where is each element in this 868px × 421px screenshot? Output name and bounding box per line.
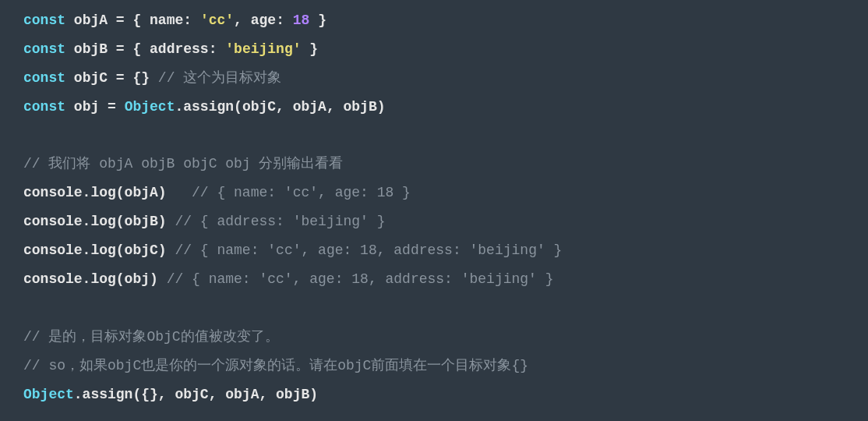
comment: // { name: 'cc', age: 18, address: 'beij… — [167, 271, 554, 287]
punct: = { — [108, 12, 150, 28]
class-name: Object — [125, 99, 175, 115]
comment: // { name: 'cc', age: 18 } — [192, 185, 411, 200]
code-line: console.log(objB) // { address: 'beijing… — [23, 214, 386, 229]
punct: , — [234, 12, 251, 28]
keyword: const — [23, 12, 65, 28]
code-line: const obj = Object.assign(objC, objA, ob… — [23, 99, 386, 115]
spacing — [167, 242, 175, 258]
method: .assign( — [175, 99, 242, 115]
code-line: console.log(objA) // { name: 'cc', age: … — [23, 185, 411, 200]
class-name: Object — [23, 387, 74, 402]
identifier: objC — [74, 70, 108, 86]
call-expression: console.log(obj) — [23, 271, 158, 287]
code-line: console.log(obj) // { name: 'cc', age: 1… — [23, 271, 554, 287]
code-line: // 是的，目标对象ObjC的值被改变了。 — [23, 329, 279, 345]
code-line: // so，如果objC也是你的一个源对象的话。请在objC前面填在一个目标对象… — [23, 358, 528, 373]
code-block: const objA = { name: 'cc', age: 18 } con… — [0, 0, 868, 421]
code-line: Object.assign({}, objC, objA, objB) — [23, 387, 318, 402]
code-line: const objC = {} // 这个为目标对象 — [23, 70, 281, 86]
comment: // { name: 'cc', age: 18, address: 'beij… — [175, 242, 562, 258]
method: .assign({}, — [74, 387, 175, 402]
identifier: obj — [74, 99, 99, 115]
punct: = — [99, 99, 124, 115]
comment: // so，如果objC也是你的一个源对象的话。请在objC前面填在一个目标对象… — [23, 358, 528, 373]
identifier: objA — [74, 12, 108, 28]
code-line: console.log(objC) // { name: 'cc', age: … — [23, 242, 562, 258]
code-line: const objA = { name: 'cc', age: 18 } — [23, 12, 326, 28]
spacing — [167, 214, 175, 229]
punct: : — [183, 12, 200, 28]
punct: : — [276, 12, 293, 28]
comment: // 是的，目标对象ObjC的值被改变了。 — [23, 329, 279, 345]
identifier: objB — [74, 41, 108, 57]
comment: // 我们将 objA objB objC obj 分别输出看看 — [23, 156, 343, 172]
keyword: const — [23, 41, 65, 57]
call-expression: console.log(objA) — [23, 185, 167, 200]
arguments: objC, objA, objB) — [242, 99, 386, 115]
arguments: objC, objA, objB) — [175, 387, 318, 402]
call-expression: console.log(objC) — [23, 242, 167, 258]
comment: // 这个为目标对象 — [158, 70, 281, 86]
keyword: const — [23, 99, 65, 115]
code-line: const objB = { address: 'beijing' } — [23, 41, 318, 57]
punct: = { — [108, 41, 150, 57]
call-expression: console.log(objB) — [23, 214, 167, 229]
property: address — [150, 41, 209, 57]
punct: = {} — [108, 70, 158, 86]
property: age — [251, 12, 276, 28]
spacing — [158, 271, 167, 287]
punct: } — [309, 12, 326, 28]
comment: // { address: 'beijing' } — [175, 214, 385, 229]
property: name — [150, 12, 183, 28]
string-literal: 'beijing' — [225, 41, 301, 57]
punct: } — [302, 41, 319, 57]
punct: : — [209, 41, 226, 57]
string-literal: 'cc' — [200, 12, 234, 28]
spacing — [167, 185, 192, 200]
code-line: // 我们将 objA objB objC obj 分别输出看看 — [23, 156, 343, 172]
keyword: const — [23, 70, 65, 86]
number-literal: 18 — [293, 12, 310, 28]
